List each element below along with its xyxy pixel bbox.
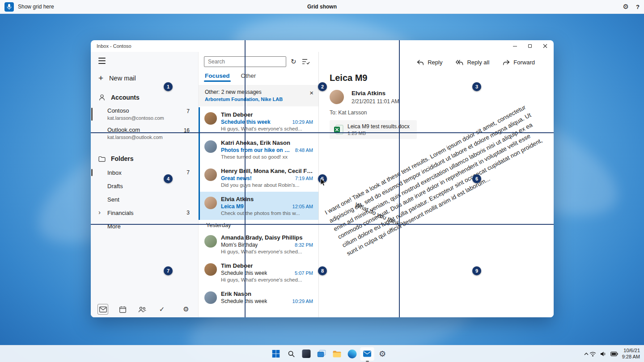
banner-close-icon[interactable]: × (309, 89, 314, 97)
tray-overflow-chevron[interactable] (584, 353, 589, 355)
voice-access-bar: Show grid here Grid shown ⚙ ? (0, 0, 644, 14)
message-time: 8:32 PM (291, 242, 313, 248)
message-preview: Check out the photos from this w... (221, 210, 313, 216)
window-titlebar[interactable]: Inbox - Contoso (91, 40, 554, 52)
sidebar-bottom-nav: ✓ ⚙ (91, 301, 198, 317)
close-button[interactable] (538, 40, 553, 52)
reply-arrow-icon (417, 59, 424, 66)
mail-nav-icon[interactable] (97, 304, 108, 315)
reply-all-button[interactable]: Reply all (456, 59, 489, 66)
other-messages-banner[interactable]: Other: 2 new messages Arboretum Foundati… (199, 85, 318, 106)
sender-avatar[interactable] (330, 90, 344, 104)
desktop: Show grid here Grid shown ⚙ ? Inbox - Co… (0, 0, 644, 362)
help-icon[interactable]: ? (636, 4, 640, 10)
folder-name: Financials (107, 210, 134, 216)
avatar (204, 263, 217, 276)
voice-settings-gear-icon[interactable]: ⚙ (623, 3, 629, 11)
account-name: Outlook.com (107, 126, 191, 133)
edge-browser-button[interactable] (345, 347, 360, 361)
filter-icon[interactable] (302, 59, 310, 65)
mail-app-button[interactable] (360, 347, 375, 361)
account-name: Contoso (107, 107, 191, 114)
task-view-button[interactable] (314, 347, 329, 361)
message-subject: Photos from our hike on Maple... (221, 147, 292, 153)
reply-button[interactable]: Reply (417, 59, 442, 66)
message-list-item[interactable]: Henry Brill, Mona Kane, Cecil Fo... Grea… (199, 164, 318, 192)
sync-icon[interactable]: ↻ (291, 58, 297, 66)
settings-app-button[interactable]: ⚙ (375, 347, 390, 361)
avatar (204, 291, 217, 304)
folder-item-inbox[interactable]: Inbox 7 (91, 166, 198, 179)
message-list-item[interactable]: Erik Nason Schedule this week 10:29 AM (199, 286, 318, 315)
message-preview: These turned out so good! xx (221, 154, 313, 160)
folder-item-more[interactable]: More (91, 219, 198, 233)
message-list-item[interactable]: Katri Ahokas, Erik Nason Photos from our… (199, 135, 318, 164)
start-button[interactable] (269, 347, 284, 361)
voice-status-text: Grid shown (307, 4, 337, 10)
folder-item-drafts[interactable]: Drafts (91, 179, 198, 193)
sender-name: Elvia Atkins (352, 90, 399, 97)
folder-name: Sent (107, 196, 119, 203)
reading-pane: Reply Reply all Forward Leica M9 (319, 52, 554, 317)
message-preview: Hi guys, What's everyone's sched... (221, 126, 313, 131)
sender-block: Elvia Atkins 2/21/2021 11:01 AM (330, 90, 554, 105)
inbox-tabs: Focused Other (199, 67, 318, 82)
message-list-pane: ↻ Focused Other Other: 2 new messages Ar… (198, 52, 319, 317)
message-time: 7:19 AM (292, 176, 313, 181)
message-list-item-selected[interactable]: Elvia Atkins Leica M9 12:05 AM Check out… (199, 192, 318, 220)
forward-arrow-icon (503, 59, 510, 66)
folder-count: 3 (186, 210, 190, 216)
file-explorer-icon (332, 350, 341, 358)
account-email: kat.larsson@outlook.com (107, 135, 191, 140)
minimize-button[interactable] (507, 40, 522, 52)
windows-logo-icon (272, 350, 280, 358)
taskbar-search-button[interactable] (284, 347, 299, 361)
message-body: I want one! Take a look at these test re… (330, 150, 540, 317)
folder-item-sent[interactable]: Sent (91, 193, 198, 206)
message-sender: Henry Brill, Mona Kane, Cecil Fo... (221, 168, 313, 174)
chevron-right-icon[interactable]: › (98, 208, 101, 216)
attachment-card[interactable]: Leica M9 test results.docx 1.25 MB (330, 120, 417, 139)
message-list-item[interactable]: Tim Deboer Schedule this week 10:29 AM H… (199, 107, 318, 135)
mail-sidebar: + New mail Accounts Contoso kat.larsson@… (91, 52, 198, 317)
microphone-icon[interactable] (4, 2, 14, 12)
to-value[interactable]: Kat Larsson (338, 109, 367, 116)
message-subject: Great news! (221, 175, 252, 181)
message-sender: Tim Deboer (221, 111, 313, 118)
volume-icon[interactable] (600, 351, 606, 357)
system-tray[interactable] (589, 351, 618, 357)
search-input[interactable] (204, 56, 286, 67)
tab-focused[interactable]: Focused (205, 72, 230, 82)
taskbar-dark-app-button[interactable] (299, 347, 314, 361)
account-contoso[interactable]: Contoso kat.larsson@contoso.com 7 (91, 105, 198, 124)
wifi-icon[interactable] (589, 351, 596, 357)
mail-window: Inbox - Contoso + New mail Accounts (91, 40, 554, 317)
mail-settings-icon[interactable]: ⚙ (181, 304, 191, 315)
accounts-header[interactable]: Accounts (98, 94, 198, 101)
section-header-yesterday: Yesterday (199, 220, 318, 230)
battery-icon[interactable] (610, 352, 618, 356)
folders-header-label: Folders (111, 155, 134, 162)
account-outlook[interactable]: Outlook.com kat.larsson@outlook.com 16 (91, 124, 198, 143)
message-subject: Schedule this week (221, 270, 267, 276)
reply-all-label: Reply all (467, 59, 489, 66)
folder-name: Drafts (107, 183, 123, 189)
todo-nav-icon[interactable]: ✓ (157, 304, 167, 315)
message-list-item[interactable]: Amanda Brady, Daisy Phillips Mom's Birth… (199, 230, 318, 258)
message-list-item[interactable]: Tim Deboer Schedule this week 5:07 PM Hi… (199, 258, 318, 286)
hamburger-menu-icon[interactable] (98, 58, 106, 64)
forward-button[interactable]: Forward (503, 59, 535, 66)
unread-count: 16 (184, 127, 190, 134)
taskbar-clock[interactable]: 10/6/21 9:28 AM (622, 347, 640, 361)
calendar-nav-icon[interactable] (117, 304, 128, 315)
search-icon (288, 350, 295, 358)
message-sender: Erik Nason (221, 290, 313, 297)
file-explorer-button[interactable] (330, 347, 344, 361)
folders-header[interactable]: Folders (98, 155, 198, 162)
new-mail-button[interactable]: + New mail (98, 75, 198, 82)
check-icon: ✓ (159, 305, 165, 313)
maximize-button[interactable] (522, 40, 538, 52)
people-nav-icon[interactable] (137, 304, 148, 315)
folder-item-financials[interactable]: › Financials 3 (91, 206, 198, 219)
tab-other[interactable]: Other (241, 72, 256, 82)
